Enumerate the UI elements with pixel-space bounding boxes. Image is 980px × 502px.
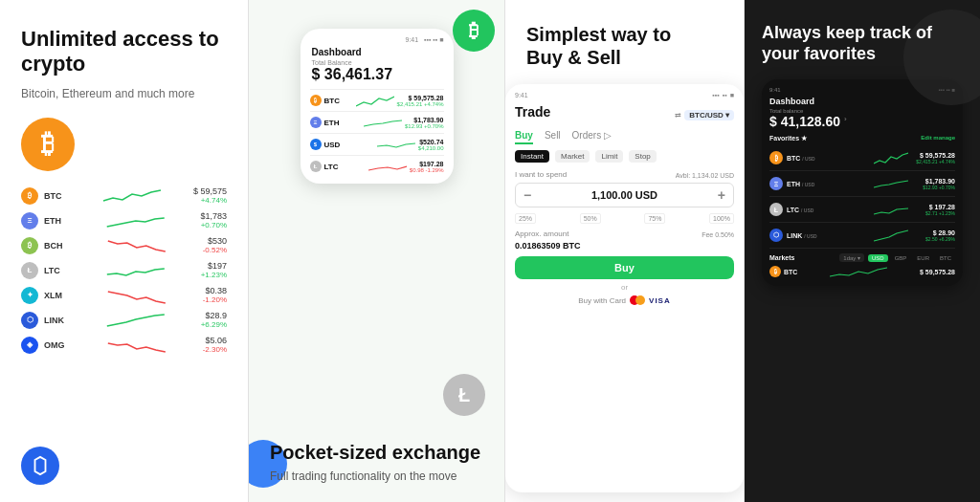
panel2-text-block: Pocket-sized exchange Full trading funct… [249,441,504,483]
btc-dark-sparkline [874,148,908,167]
avbl-label: Avbl: 1,134.02 USD [676,172,734,179]
list-item: Ł LTC $197 +1.23% [21,261,227,280]
ltc-dark-sparkline [874,200,908,219]
list-item: ⬡ LINK $28.9 +6.29% [21,311,227,330]
link-logo [30,455,51,476]
list-item: $ USD $520.74 $4,210.00 [310,133,444,152]
pair-label[interactable]: BTC/USD ▾ [684,110,734,120]
link-dark-icon: ⬡ [769,229,783,242]
visa-icon: VISA [649,296,671,305]
omg-icon: ◈ [21,337,38,354]
btc-icon: ₿ [21,187,38,205]
type-market[interactable]: Market [555,150,590,163]
list-item: Ξ ETH $1,783 +0.70% [21,211,227,230]
balance-chevron: › [844,115,847,123]
trade-type-tabs: Instant Market Limit Stop [515,150,734,163]
edit-manage-button[interactable]: Edit manage [921,135,955,142]
phone-balance-amount: $ 36,461.37 [308,66,446,89]
panel-pocket-exchange: ₿ 9:41 ▪▪▪ ▪▪ ■ Dashboard Total Balance … [249,0,505,502]
period-selector[interactable]: 1day ▾ [839,253,864,262]
minus-button[interactable]: − [523,187,531,203]
tab-eur[interactable]: EUR [913,254,933,262]
panel3-title: Simplest way to Buy & Sell [526,23,723,69]
tab-usd[interactable]: USD [868,254,888,262]
phone-time: 9:41 ▪▪▪ ▪▪ ■ [308,36,446,47]
bch-sparkline [77,236,197,255]
pct-100[interactable]: 100% [709,213,734,224]
spend-label: I want to spend [515,170,567,179]
list-item: Ł LTC $197.28 $0.98 -1.29% [310,155,444,174]
link-icon: ⬡ [21,312,38,329]
trade-title: Trade [515,104,550,120]
list-item: Ł LTC / USD $ 197.28 $2.71 +1.23% [769,197,955,223]
buy-card-row: Buy with Card VISA [515,295,734,305]
eth-sparkline [77,211,194,230]
omg-sparkline [77,336,197,355]
favorites-label: Favorites ★ [769,135,807,142]
bch-icon: ₿ [21,237,38,254]
mastercard-icon [630,295,645,305]
approx-label: Approx. amount [515,229,568,238]
green-bitcoin-icon: ₿ [453,10,495,52]
panel2-subtext: Full trading functionality on the move [270,469,483,483]
ltc-icon: Ł [21,262,38,279]
trade-phone-mockup: 9:41 ▪▪▪ ▪▪ ■ Trade ⇄ BTC/USD ▾ Buy Sell… [505,84,744,492]
bitcoin-icon: ₿ [21,118,75,171]
buy-button[interactable]: Buy [515,256,734,279]
spend-input[interactable]: − 1,100.00 USD + [515,183,734,207]
tab-buy[interactable]: Buy [515,130,533,144]
phone-dashboard-title: Dashboard [308,47,446,59]
list-item: ⬡ LINK / USD $ 28.90 $2.50 +6.29% [769,223,955,249]
tab-orders[interactable]: Orders ▷ [572,130,612,144]
crypto-list: ₿ BTC $ 59,575 +4.74% Ξ ETH $1,783 +0.70… [21,186,227,355]
ltc-sparkline [77,261,195,280]
panel2-heading: Pocket-sized exchange [270,441,483,464]
approx-value: 0.01863509 BTC [515,241,734,251]
eth-icon: Ξ [21,212,38,229]
list-item: ◈ OMG $5.06 -2.30% [21,336,227,355]
market-tabs: USD GBP EUR BTC [868,254,955,262]
link-dark-sparkline [874,226,908,245]
trade-top-bar: 9:41 ▪▪▪ ▪▪ ■ [515,92,734,98]
xlm-icon: ✦ [21,287,38,304]
dark-balance-amount: $ 41,128.60 [769,114,840,129]
panel-simplest-buy-sell: Simplest way to Buy & Sell 9:41 ▪▪▪ ▪▪ ■… [505,0,745,502]
pct-25[interactable]: 25% [515,213,536,224]
btc-market-price: $ 59,575.28 [920,269,955,275]
svg-marker-0 [35,457,46,474]
markets-label: Markets [769,254,794,261]
dark-phone-mockup: 9:41 ▪▪▪ ▪▪ ■ Dashboard Total balance $ … [762,79,963,286]
panel4-title: Always keep track of your favorites [762,23,963,64]
list-item: ₿ BTC $ 59,575.28 $2,415.21 +4.74% [310,89,444,108]
btc-market-row: ₿ BTC $ 59,575.28 [769,265,955,278]
type-stop[interactable]: Stop [629,150,656,163]
list-item: Ξ ETH $1,783.90 $12.93 +0.70% [310,111,444,130]
type-instant[interactable]: Instant [515,150,549,163]
panel3-header: Simplest way to Buy & Sell [505,0,744,84]
pct-50[interactable]: 50% [580,213,601,224]
list-item: ₿ BTC / USD $ 59,575.28 $2,415.21 +4.74% [769,145,955,171]
markets-section: Markets 1day ▾ USD GBP EUR BTC [769,253,955,262]
panel1-title: Unlimited access to crypto [21,27,227,77]
percentage-bar: 25% 50% 75% 100% [515,213,734,224]
pct-75[interactable]: 75% [644,213,665,224]
litecoin-decoration: Ł [443,374,485,416]
panel-unlimited-access: Unlimited access to crypto Bitcoin, Ethe… [0,0,249,502]
exchange-phone-mockup: 9:41 ▪▪▪ ▪▪ ■ Dashboard Total Balance $ … [301,29,454,184]
phone-balance-label: Total Balance [308,59,446,66]
spend-amount: 1,100.00 USD [591,189,657,201]
or-divider: or [515,283,734,292]
trade-tabs: Buy Sell Orders ▷ [515,130,734,144]
tab-sell[interactable]: Sell [545,130,561,144]
buy-card-label[interactable]: Buy with Card [578,296,626,305]
dark-time: 9:41 [769,87,781,93]
btc-sparkline [77,186,188,206]
plus-button[interactable]: + [718,187,725,203]
panel-keep-track: Always keep track of your favorites 9:41… [745,0,980,502]
type-limit[interactable]: Limit [595,150,623,163]
tab-btc[interactable]: BTC [936,254,955,262]
list-item: ₿ BTC $ 59,575 +4.74% [21,186,227,206]
panel1-subtitle: Bitcoin, Ethereum and much more [21,87,227,100]
phone-crypto-list: ₿ BTC $ 59,575.28 $2,415.21 +4.74% Ξ ETH… [308,89,446,174]
tab-gbp[interactable]: GBP [891,254,911,262]
